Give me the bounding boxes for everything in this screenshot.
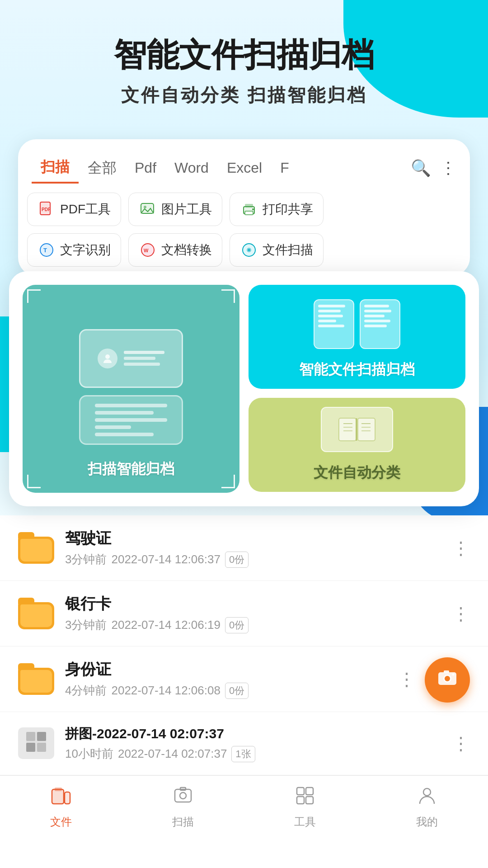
file-date: 2022-07-14 12:06:37 [111,552,220,566]
hero-title: 智能文件扫描归档 [27,36,461,74]
nav-mine[interactable]: 我的 [416,785,438,829]
tab-f[interactable]: F [271,155,298,181]
nav-files-label: 文件 [50,815,72,829]
svg-point-16 [105,354,110,359]
more-icon[interactable]: ⋮ [440,159,456,178]
app-card: 扫描 全部 Pdf Word Excel F 🔍 ⋮ PDF [18,139,470,276]
convert-tool-button[interactable]: W 文档转换 [128,233,222,267]
svg-rect-41 [175,789,191,802]
file-item[interactable]: 拼图-2022-07-14 02:07:37 10小时前 2022-07-14 … [0,712,488,775]
search-icon[interactable]: 🔍 [411,159,431,178]
svg-rect-39 [65,792,70,804]
file-info: 银行卡 3分钟前 2022-07-14 12:06:19 0份 [65,594,441,633]
folder-icon [18,598,54,629]
svg-point-48 [423,788,431,796]
id-card-illustration [79,329,183,388]
file-time: 10小时前 [65,746,113,762]
svg-rect-36 [52,789,64,804]
file-meta: 3分钟前 2022-07-14 12:06:19 0份 [65,617,441,633]
svg-rect-7 [245,211,253,215]
filescan-icon [240,241,258,259]
svg-rect-45 [306,788,313,795]
doc-card-illustration [79,395,183,445]
file-meta: 10小时前 2022-07-14 02:07:37 1张 [65,746,441,762]
ocr-label: 文字识别 [60,241,111,259]
classify-card[interactable]: 文件自动分类 [249,398,465,492]
folder-icon [18,663,54,695]
print-icon [240,200,258,218]
nav-files[interactable]: 文件 [50,785,72,829]
svg-rect-35 [37,743,46,752]
tab-excel[interactable]: Excel [218,155,271,181]
svg-rect-46 [297,797,304,804]
scan-illustrations [36,329,226,445]
svg-rect-6 [245,204,253,208]
svg-text:PDF: PDF [42,207,51,212]
file-more-button[interactable]: ⋮ [452,603,470,624]
file-item[interactable]: 驾驶证 3分钟前 2022-07-14 12:06:37 0份 ⋮ [0,515,488,581]
svg-rect-3 [141,203,154,213]
print-tool-button[interactable]: 打印共享 [230,193,324,226]
svg-rect-33 [37,732,46,741]
svg-point-4 [144,206,146,208]
pdf-tool-button[interactable]: PDF PDF工具 [27,193,121,226]
file-info: 驾驶证 3分钟前 2022-07-14 12:06:37 0份 [65,528,441,568]
nav-mine-label: 我的 [416,815,438,829]
svg-point-30 [452,674,455,676]
files-icon [50,785,72,811]
file-more-button[interactable]: ⋮ [398,669,416,689]
person-icon [416,785,438,811]
filescan-tool-button[interactable]: 文件扫描 [230,233,324,267]
svg-rect-32 [26,732,35,741]
svg-rect-44 [297,788,304,795]
print-tool-label: 打印共享 [263,201,313,218]
file-info: 拼图-2022-07-14 02:07:37 10小时前 2022-07-14 … [65,725,441,762]
file-more-button[interactable]: ⋮ [452,733,470,754]
file-info: 身份证 4分钟前 2022-07-14 12:06:08 0份 [65,659,387,699]
tab-pdf[interactable]: Pdf [126,155,165,181]
smart-scan-card[interactable]: 智能文件扫描归档 [249,285,465,389]
hero-subtitle: 文件自动分类 扫描智能归档 [27,83,461,108]
book-illustration [321,407,393,452]
image-icon [139,200,157,218]
file-count-badge: 1张 [231,746,255,762]
classify-label: 文件自动分类 [314,463,400,483]
svg-rect-34 [26,743,35,752]
scan-label: 扫描智能归档 [88,459,174,479]
svg-point-28 [445,676,450,681]
svg-rect-47 [306,797,313,804]
svg-rect-29 [444,670,449,673]
file-time: 4分钟前 [65,683,107,698]
file-date: 2022-07-14 12:06:08 [111,684,220,698]
svg-text:W: W [144,248,149,253]
feature-overlay: 扫描智能归档 [9,271,479,506]
nav-tools-label: 工具 [294,815,316,829]
camera-fab-button[interactable] [425,657,470,703]
tab-word[interactable]: Word [165,155,218,181]
ocr-tool-button[interactable]: T 文字识别 [27,233,121,267]
file-count-badge: 0份 [225,683,249,699]
pdf-tool-label: PDF工具 [60,201,111,218]
file-item[interactable]: 身份证 4分钟前 2022-07-14 12:06:08 0份 ⋮ [0,646,488,712]
svg-point-15 [248,249,250,251]
camera-fab-icon [436,666,459,693]
image-tool-label: 图片工具 [161,201,212,218]
file-date: 2022-07-14 12:06:19 [111,618,220,632]
tab-scan[interactable]: 扫描 [32,153,79,184]
right-feature-cards: 智能文件扫描归档 [249,285,465,493]
tab-all[interactable]: 全部 [79,154,126,183]
smart-docs-illustration [314,299,400,349]
feature-grid: 扫描智能归档 [23,285,465,493]
ocr-icon: T [38,241,56,259]
nav-scan[interactable]: 扫描 [172,785,194,829]
tools-icon [294,785,316,811]
scan-smart-card[interactable]: 扫描智能归档 [23,285,239,493]
file-list: 驾驶证 3分钟前 2022-07-14 12:06:37 0份 ⋮ 银行卡 3分… [0,515,488,775]
file-item[interactable]: 银行卡 3分钟前 2022-07-14 12:06:19 0份 ⋮ [0,581,488,646]
nav-tools[interactable]: 工具 [294,785,316,829]
bottom-nav: 文件 扫描 工具 [0,775,488,843]
image-tool-button[interactable]: 图片工具 [128,193,222,226]
file-count-badge: 0份 [225,552,249,568]
file-more-button[interactable]: ⋮ [452,538,470,558]
svg-point-8 [252,208,254,210]
